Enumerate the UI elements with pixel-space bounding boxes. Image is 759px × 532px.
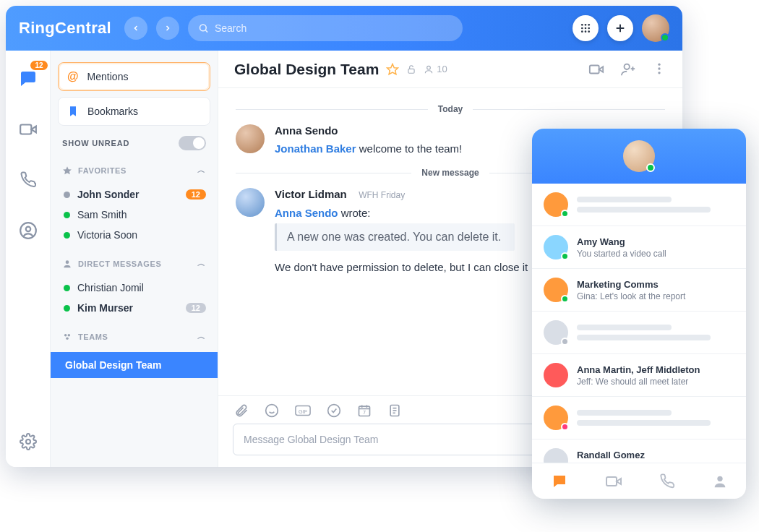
more-vertical-icon xyxy=(652,61,666,76)
sidebar-item[interactable]: Victoria Soon xyxy=(58,225,210,245)
sidebar-mentions[interactable]: @ Mentions xyxy=(58,62,210,91)
mobile-row[interactable] xyxy=(532,312,746,354)
mobile-preview: Amy WangYou started a video callMarketin… xyxy=(532,129,746,499)
at-icon: @ xyxy=(67,70,79,83)
mobile-row[interactable] xyxy=(532,397,746,439)
team-icon xyxy=(62,332,72,342)
svg-rect-26 xyxy=(590,65,599,73)
unread-badge: 12 xyxy=(186,189,206,200)
nav-back-button[interactable] xyxy=(124,17,147,40)
svg-point-31 xyxy=(658,63,660,65)
mobile-tab-chat[interactable] xyxy=(551,473,568,490)
svg-point-22 xyxy=(66,337,69,340)
row-subtitle: Jeff: We should all meet later xyxy=(577,377,734,387)
presence-dot xyxy=(646,163,655,172)
gear-icon xyxy=(20,433,37,450)
rail-contacts[interactable] xyxy=(16,218,40,243)
mobile-tab-phone[interactable] xyxy=(659,473,675,489)
mobile-avatar[interactable] xyxy=(623,140,655,172)
nav-forward-button[interactable] xyxy=(156,17,179,40)
dialpad-button[interactable] xyxy=(573,15,599,41)
sidebar-item-label: Global Design Team xyxy=(65,359,162,371)
sidebar-item[interactable]: Global Design Team xyxy=(51,352,218,378)
show-unread-toggle[interactable] xyxy=(179,136,206,150)
mention[interactable]: Anna Sendo xyxy=(275,207,338,219)
mobile-row[interactable]: Anna Martin, Jeff MiddletonJeff: We shou… xyxy=(532,354,746,397)
mobile-row[interactable]: Randall GomezHey. You in today? xyxy=(532,439,746,463)
svg-point-21 xyxy=(68,333,71,336)
person-circle-icon xyxy=(19,221,38,240)
section-teams[interactable]: TEAMS ︿ xyxy=(58,324,210,345)
rail-messages[interactable]: 12 xyxy=(16,66,40,91)
mobile-row[interactable]: Marketing CommsGina: Let's look at the r… xyxy=(532,269,746,312)
favorite-star-button[interactable] xyxy=(386,63,399,76)
bookmark-icon xyxy=(67,106,79,117)
message-author: Anna Sendo xyxy=(275,124,462,137)
svg-point-2 xyxy=(581,24,583,26)
paperclip-icon xyxy=(234,403,249,418)
app-header: RingCentral xyxy=(6,6,682,51)
svg-text:GIF: GIF xyxy=(299,408,308,415)
svg-point-6 xyxy=(585,27,587,30)
attach-button[interactable] xyxy=(234,403,249,418)
bookmarks-label: Bookmarks xyxy=(87,106,138,117)
avatar[interactable] xyxy=(236,124,265,153)
sidebar-item-label: Sam Smith xyxy=(77,209,126,220)
phone-icon xyxy=(659,473,675,489)
more-button[interactable] xyxy=(652,61,666,77)
mobile-row[interactable]: Amy WangYou started a video call xyxy=(532,226,746,269)
svg-point-7 xyxy=(588,27,590,30)
favorites-label: FAVORITES xyxy=(78,166,126,175)
brand: RingCentral xyxy=(19,19,111,38)
task-button[interactable] xyxy=(327,403,341,418)
sidebar-item-label: Victoria Soon xyxy=(77,229,137,241)
gif-button[interactable]: GIF xyxy=(295,403,311,418)
search-field[interactable] xyxy=(188,15,463,41)
row-title: Randall Gomez xyxy=(577,450,734,460)
avatar[interactable] xyxy=(236,188,265,217)
conversation-avatar xyxy=(544,406,568,430)
sidebar-item[interactable]: Christian Jomil xyxy=(58,278,210,298)
person-add-icon xyxy=(620,61,636,77)
mobile-row[interactable] xyxy=(532,184,746,226)
sidebar-item[interactable]: Sam Smith xyxy=(58,205,210,225)
rail-phone[interactable] xyxy=(16,168,40,192)
conversation-avatar xyxy=(544,235,568,259)
presence-dot xyxy=(561,338,569,346)
member-count[interactable]: 10 xyxy=(424,64,447,74)
conversation-avatar xyxy=(544,192,568,217)
emoji-button[interactable] xyxy=(265,403,279,418)
svg-line-1 xyxy=(205,30,207,33)
svg-point-39 xyxy=(328,405,340,417)
mention[interactable]: Jonathan Baker xyxy=(275,142,356,155)
new-button[interactable] xyxy=(607,15,633,41)
sidebar-item-label: Kim Murser xyxy=(77,302,133,314)
mobile-list[interactable]: Amy WangYou started a video callMarketin… xyxy=(532,184,746,463)
event-button[interactable]: 7 xyxy=(357,403,372,418)
search-input[interactable] xyxy=(215,22,453,34)
svg-point-10 xyxy=(588,30,590,33)
presence-dot xyxy=(64,212,70,218)
profile-avatar[interactable] xyxy=(642,14,669,42)
start-video-button[interactable] xyxy=(588,61,604,77)
sidebar-bookmarks[interactable]: Bookmarks xyxy=(58,97,210,126)
section-favorites[interactable]: FAVORITES ︿ xyxy=(58,158,210,179)
mentions-label: Mentions xyxy=(87,71,129,82)
calendar-icon: 7 xyxy=(357,403,372,418)
mobile-tab-video[interactable] xyxy=(605,473,622,490)
sidebar-item[interactable]: John Sonder12 xyxy=(58,184,210,205)
phone-icon xyxy=(20,171,37,189)
svg-rect-24 xyxy=(408,69,414,73)
star-outline-icon xyxy=(386,63,399,76)
note-button[interactable] xyxy=(387,403,402,418)
nav-rail: 12 xyxy=(6,51,51,467)
svg-rect-49 xyxy=(606,477,617,486)
svg-point-33 xyxy=(658,72,660,74)
chat-filled-icon xyxy=(551,473,568,490)
section-dm[interactable]: DIRECT MESSAGES ︿ xyxy=(58,251,210,272)
add-member-button[interactable] xyxy=(620,61,636,77)
mobile-tab-contacts[interactable] xyxy=(712,473,728,489)
rail-settings[interactable] xyxy=(16,429,40,454)
sidebar-item[interactable]: Kim Murser12 xyxy=(58,298,210,318)
rail-video[interactable] xyxy=(16,117,40,142)
